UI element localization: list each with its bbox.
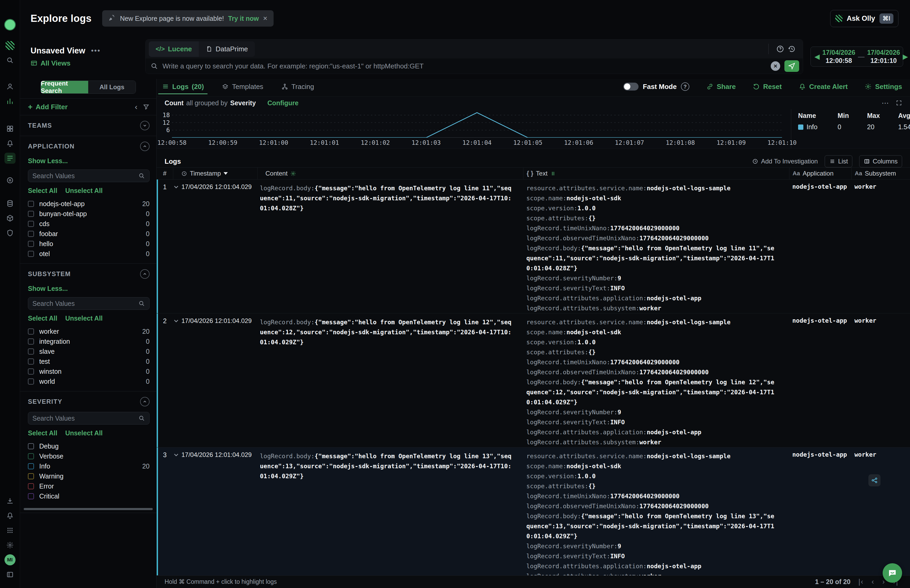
- date-range-picker[interactable]: ◀ 17/04/202612:00:58 — 17/04/202612:01:1…: [810, 47, 903, 66]
- log-field[interactable]: logRecord.attributes.subsystem:worker: [526, 437, 776, 447]
- unselect-all-link[interactable]: Unselect All: [65, 187, 103, 194]
- checkbox[interactable]: [28, 463, 34, 469]
- alerts-bell-icon[interactable]: [5, 138, 16, 149]
- filter-item[interactable]: Warning: [28, 471, 150, 481]
- expand-row-icon[interactable]: [173, 452, 179, 459]
- checkbox[interactable]: [28, 251, 34, 257]
- row-content-cell[interactable]: logRecord.body:{"message":"hello from Op…: [257, 179, 523, 313]
- col-header-application[interactable]: AaApplication: [789, 168, 851, 179]
- all-views-link[interactable]: All Views: [31, 59, 145, 67]
- log-field[interactable]: logRecord.severityText:INFO: [526, 283, 776, 293]
- col-header-timestamp[interactable]: Timestamp: [173, 168, 257, 179]
- row-application[interactable]: nodejs-otel-app: [789, 313, 851, 447]
- target-icon[interactable]: [5, 175, 16, 186]
- log-field[interactable]: resource.attributes.service.name:nodejs-…: [526, 451, 776, 461]
- log-field[interactable]: logRecord.severityText:INFO: [526, 551, 776, 561]
- filter-item[interactable]: foobar0: [28, 229, 150, 239]
- log-field[interactable]: logRecord.timeUnixNano:17764200640290000…: [526, 357, 776, 367]
- log-field[interactable]: resource.attributes.service.name:nodejs-…: [526, 183, 776, 193]
- collapse-panel-icon[interactable]: [5, 569, 16, 580]
- clear-query-icon[interactable]: ×: [771, 61, 780, 71]
- log-field[interactable]: logRecord.body:{"message":"hello from Op…: [526, 377, 776, 407]
- query-help-icon[interactable]: [774, 43, 786, 55]
- checkbox[interactable]: [28, 241, 34, 247]
- add-filter-button[interactable]: +Add Filter: [28, 102, 68, 111]
- tab-tracing[interactable]: Tracing: [280, 79, 316, 94]
- pin-column-icon[interactable]: [550, 171, 556, 177]
- reset-button[interactable]: Reset: [753, 82, 782, 91]
- col-header-subsystem[interactable]: AaSubsystem: [851, 168, 910, 179]
- log-field[interactable]: logRecord.severityNumber:9: [526, 273, 776, 283]
- filter-item[interactable]: cds0: [28, 219, 150, 229]
- bar-chart-icon[interactable]: [5, 96, 16, 107]
- run-query-button[interactable]: [784, 60, 799, 72]
- checkbox[interactable]: [28, 368, 34, 375]
- checkbox[interactable]: [28, 221, 34, 227]
- expand-icon[interactable]: [896, 100, 902, 106]
- fast-mode-help-icon[interactable]: ?: [681, 82, 689, 91]
- log-field[interactable]: scope.name:nodejs-otel-sdk: [526, 193, 776, 203]
- banner-close-icon[interactable]: ×: [263, 15, 267, 22]
- log-field[interactable]: logRecord.body:{"message":"hello from Op…: [526, 243, 776, 273]
- expand-section-icon[interactable]: [140, 121, 150, 130]
- prev-page-icon[interactable]: ‹: [871, 578, 874, 586]
- log-field[interactable]: logRecord.observedTimeUnixNano:177642006…: [526, 501, 776, 511]
- filter-item[interactable]: test0: [28, 356, 150, 367]
- user-icon[interactable]: [5, 81, 16, 92]
- collapse-section-icon[interactable]: [140, 397, 150, 406]
- row-subsystem[interactable]: worker: [851, 313, 910, 447]
- checkbox[interactable]: [28, 483, 34, 489]
- chart-menu-icon[interactable]: ⋯: [882, 99, 889, 107]
- configure-button[interactable]: Configure: [265, 99, 299, 107]
- log-field[interactable]: logRecord.attributes.application:nodejs-…: [526, 427, 776, 437]
- row-subsystem[interactable]: worker: [851, 179, 910, 313]
- select-all-link[interactable]: Select All: [28, 429, 57, 437]
- filter-item[interactable]: Critical: [28, 491, 150, 501]
- try-it-now-link[interactable]: Try it now: [228, 15, 259, 23]
- row-application[interactable]: nodejs-otel-app: [789, 447, 851, 575]
- package-icon[interactable]: [5, 213, 16, 224]
- select-all-link[interactable]: Select All: [28, 315, 57, 322]
- row-text-cell[interactable]: resource.attributes.service.name:nodejs-…: [523, 313, 789, 447]
- filter-item[interactable]: slave0: [28, 346, 150, 356]
- log-field[interactable]: scope.attributes:{}: [526, 213, 776, 223]
- range-forward-icon[interactable]: ▶: [903, 53, 908, 61]
- log-field[interactable]: scope.attributes:{}: [526, 481, 776, 491]
- legend-series[interactable]: Info: [798, 123, 837, 131]
- query-history-icon[interactable]: [786, 43, 798, 55]
- tab-templates[interactable]: Templates: [220, 79, 265, 94]
- log-field[interactable]: scope.name:nodejs-otel-sdk: [526, 327, 776, 337]
- collapse-section-icon[interactable]: [140, 142, 150, 151]
- filter-item[interactable]: Error: [28, 481, 150, 491]
- tab-dataprime[interactable]: DataPrime: [199, 41, 255, 57]
- shield-icon[interactable]: [5, 228, 16, 239]
- application-search-input[interactable]: [32, 172, 138, 180]
- row-content-cell[interactable]: logRecord.body:{"message":"hello from Op…: [257, 447, 523, 575]
- first-page-icon[interactable]: |‹: [858, 578, 864, 586]
- checkbox[interactable]: [28, 378, 34, 384]
- collapse-filters-icon[interactable]: ‹: [135, 102, 137, 111]
- row-subsystem[interactable]: worker: [851, 447, 910, 575]
- chat-widget-button[interactable]: [883, 563, 902, 583]
- row-application[interactable]: nodejs-otel-app: [789, 179, 851, 313]
- create-alert-button[interactable]: Create Alert: [798, 82, 848, 91]
- log-field[interactable]: logRecord.observedTimeUnixNano:177642006…: [526, 367, 776, 377]
- log-field[interactable]: logRecord.timeUnixNano:17764200640290000…: [526, 223, 776, 233]
- query-input[interactable]: [162, 62, 766, 70]
- collapse-section-icon[interactable]: [140, 269, 150, 279]
- filter-item[interactable]: integration0: [28, 336, 150, 346]
- filter-item[interactable]: nodejs-otel-app20: [28, 199, 150, 209]
- filter-item[interactable]: bunyan-otel-app0: [28, 209, 150, 219]
- log-field[interactable]: logRecord.attributes.subsystem:worker: [526, 303, 776, 313]
- log-field[interactable]: scope.name:nodejs-otel-sdk: [526, 461, 776, 471]
- tab-frequent-search[interactable]: Frequent Search: [41, 81, 88, 94]
- checkbox[interactable]: [28, 359, 34, 365]
- list-view-button[interactable]: List: [825, 155, 852, 167]
- olly-assistant-icon[interactable]: [5, 40, 16, 51]
- checkbox[interactable]: [28, 443, 34, 449]
- brand-logo[interactable]: [4, 19, 16, 31]
- checkbox[interactable]: [28, 328, 34, 334]
- filter-item[interactable]: world0: [28, 376, 150, 386]
- user-avatar[interactable]: MI: [5, 554, 16, 565]
- log-field[interactable]: logRecord.observedTimeUnixNano:177642006…: [526, 233, 776, 243]
